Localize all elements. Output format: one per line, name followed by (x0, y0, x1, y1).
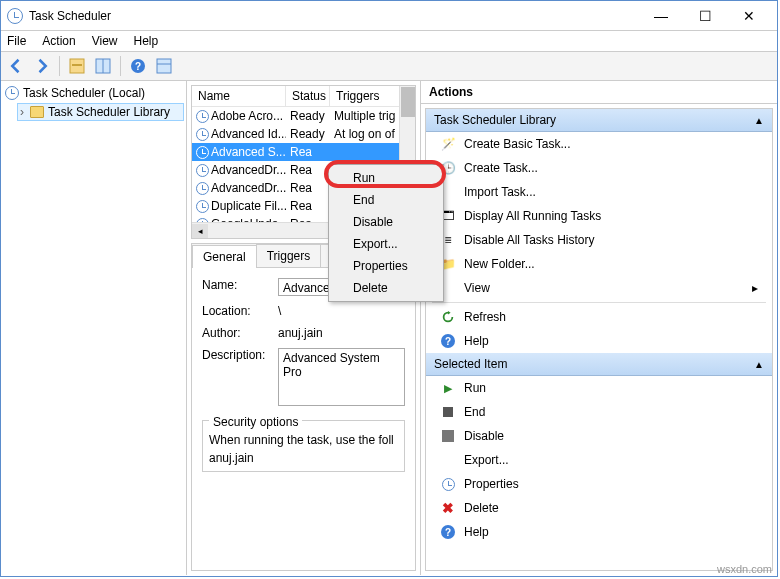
clock-icon (5, 86, 19, 100)
description-label: Description: (202, 348, 272, 362)
center-pane: Name Status Triggers Adobe Acro...ReadyM… (187, 81, 421, 575)
author-label: Author: (202, 326, 272, 340)
task-row[interactable]: Advanced Id...ReadyAt log on of (192, 125, 415, 143)
clock-icon (196, 128, 209, 141)
run-icon: ▶ (440, 380, 456, 396)
tab-general[interactable]: General (192, 245, 257, 268)
action-run[interactable]: ▶Run (426, 376, 772, 400)
ctx-delete[interactable]: Delete (331, 277, 441, 299)
toolbar-split-icon[interactable] (92, 55, 114, 77)
description-field[interactable]: Advanced System Pro (278, 348, 405, 406)
collapse-icon: ▲ (754, 115, 764, 126)
task-row[interactable]: Adobe Acro...ReadyMultiple trig (192, 107, 415, 125)
action-new-folder[interactable]: 📁New Folder... (426, 252, 772, 276)
security-legend: Security options (209, 415, 302, 429)
ctx-properties[interactable]: Properties (331, 255, 441, 277)
app-icon (7, 8, 23, 24)
author-value: anuj.jain (278, 326, 405, 340)
delete-icon: ✖ (440, 500, 456, 516)
col-name[interactable]: Name (192, 86, 286, 106)
section-selected[interactable]: Selected Item ▲ (426, 353, 772, 376)
action-delete[interactable]: ✖Delete (426, 496, 772, 520)
clock-icon (196, 146, 209, 159)
tab-triggers[interactable]: Triggers (256, 244, 322, 267)
expand-icon[interactable]: › (20, 105, 24, 119)
clock-icon (196, 110, 209, 123)
menu-action[interactable]: Action (42, 33, 75, 49)
actions-header: Actions (421, 81, 777, 104)
action-end[interactable]: End (426, 400, 772, 424)
location-value: \ (278, 304, 405, 318)
security-text-1: When running the task, use the foll (209, 433, 398, 447)
svg-rect-4 (157, 59, 171, 73)
submenu-arrow-icon: ▸ (752, 281, 758, 295)
svg-rect-1 (72, 64, 82, 66)
action-import-task[interactable]: Import Task... (426, 180, 772, 204)
tree-pane: Task Scheduler (Local) › Task Scheduler … (1, 81, 187, 575)
action-properties[interactable]: Properties (426, 472, 772, 496)
action-view[interactable]: View▸ (426, 276, 772, 300)
action-export[interactable]: Export... (426, 448, 772, 472)
watermark: wsxdn.com (717, 563, 772, 575)
actions-pane: Actions Task Scheduler Library ▲ 🪄Create… (421, 81, 777, 575)
tree-item-library[interactable]: › Task Scheduler Library (17, 103, 184, 121)
clock-icon (196, 218, 209, 223)
clock-icon (196, 164, 209, 177)
menu-view[interactable]: View (92, 33, 118, 49)
window-title: Task Scheduler (29, 9, 111, 23)
menu-file[interactable]: File (7, 33, 26, 49)
back-icon[interactable] (5, 55, 27, 77)
context-menu: Run End Disable Export... Properties Del… (328, 164, 444, 302)
tree-root-label: Task Scheduler (Local) (23, 86, 145, 100)
menubar: File Action View Help (1, 31, 777, 51)
export-icon (440, 452, 456, 468)
minimize-button[interactable]: — (639, 2, 683, 30)
forward-icon[interactable] (31, 55, 53, 77)
tree-root[interactable]: Task Scheduler (Local) (3, 85, 184, 101)
ctx-export[interactable]: Export... (331, 233, 441, 255)
action-refresh[interactable]: Refresh (426, 305, 772, 329)
task-row-selected[interactable]: Advanced S...Rea (192, 143, 415, 161)
ctx-run[interactable]: Run (331, 167, 441, 189)
disable-icon (440, 428, 456, 444)
help-icon: ? (440, 524, 456, 540)
maximize-button[interactable]: ☐ (683, 2, 727, 30)
name-label: Name: (202, 278, 272, 292)
action-create-task[interactable]: 🕒Create Task... (426, 156, 772, 180)
security-options: Security options When running the task, … (202, 420, 405, 472)
folder-icon (30, 106, 44, 118)
col-status[interactable]: Status (286, 86, 330, 106)
ctx-disable[interactable]: Disable (331, 211, 441, 233)
ctx-end[interactable]: End (331, 189, 441, 211)
properties-icon (440, 476, 456, 492)
security-text-2: anuj.jain (209, 451, 398, 465)
close-button[interactable]: ✕ (727, 2, 771, 30)
action-disable[interactable]: Disable (426, 424, 772, 448)
action-disable-history[interactable]: ≡Disable All Tasks History (426, 228, 772, 252)
action-help-2[interactable]: ?Help (426, 520, 772, 544)
tree-library-label: Task Scheduler Library (48, 105, 170, 119)
refresh-icon (440, 309, 456, 325)
collapse-icon: ▲ (754, 359, 764, 370)
toolbar: ? (1, 51, 777, 81)
menu-help[interactable]: Help (134, 33, 159, 49)
toolbar-help-icon[interactable]: ? (127, 55, 149, 77)
section-library[interactable]: Task Scheduler Library ▲ (426, 109, 772, 132)
wand-icon: 🪄 (440, 136, 456, 152)
location-label: Location: (202, 304, 272, 318)
titlebar: Task Scheduler — ☐ ✕ (1, 1, 777, 31)
help-icon: ? (440, 333, 456, 349)
clock-icon (196, 200, 209, 213)
action-create-basic-task[interactable]: 🪄Create Basic Task... (426, 132, 772, 156)
action-help[interactable]: ?Help (426, 329, 772, 353)
toolbar-properties-icon[interactable] (153, 55, 175, 77)
end-icon (440, 404, 456, 420)
toolbar-show-hide-icon[interactable] (66, 55, 88, 77)
clock-icon (196, 182, 209, 195)
action-display-running[interactable]: 🗔Display All Running Tasks (426, 204, 772, 228)
